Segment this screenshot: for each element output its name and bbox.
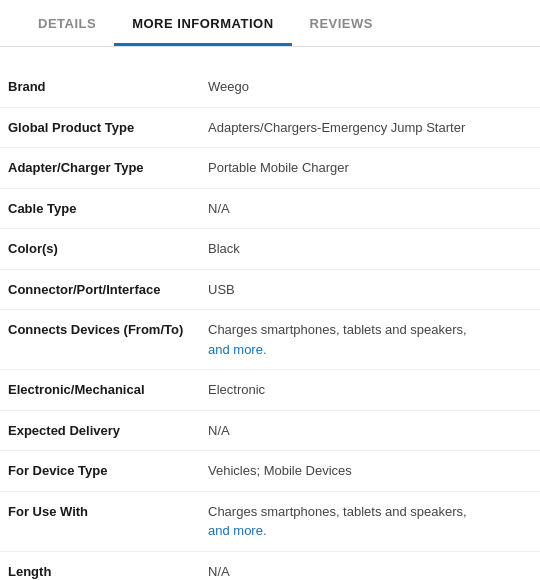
row-value: Charges smartphones, tablets and speaker… (200, 310, 540, 370)
more-link[interactable]: and more. (208, 342, 267, 357)
table-row: Expected DeliveryN/A (0, 410, 540, 451)
row-key: For Use With (0, 491, 200, 551)
row-value: Black (200, 229, 540, 270)
row-value: Electronic (200, 370, 540, 411)
row-key: Cable Type (0, 188, 200, 229)
row-key: Length (0, 551, 200, 580)
row-value: Weego (200, 67, 540, 107)
tab-reviews[interactable]: REVIEWS (292, 0, 391, 46)
row-key: Brand (0, 67, 200, 107)
row-value: N/A (200, 188, 540, 229)
row-key: Electronic/Mechanical (0, 370, 200, 411)
table-row: LengthN/A (0, 551, 540, 580)
table-row: Electronic/MechanicalElectronic (0, 370, 540, 411)
table-row: Connector/Port/InterfaceUSB (0, 269, 540, 310)
table-row: For Use WithCharges smartphones, tablets… (0, 491, 540, 551)
info-table: BrandWeegoGlobal Product TypeAdapters/Ch… (0, 67, 540, 580)
row-key: Global Product Type (0, 107, 200, 148)
row-value: N/A (200, 410, 540, 451)
tabs-bar: DETAILS MORE INFORMATION REVIEWS (0, 0, 540, 47)
tab-more-information[interactable]: MORE INFORMATION (114, 0, 291, 46)
table-row: For Device TypeVehicles; Mobile Devices (0, 451, 540, 492)
table-row: Adapter/Charger TypePortable Mobile Char… (0, 148, 540, 189)
more-link[interactable]: and more. (208, 523, 267, 538)
table-row: BrandWeego (0, 67, 540, 107)
row-value: Vehicles; Mobile Devices (200, 451, 540, 492)
tab-details[interactable]: DETAILS (20, 0, 114, 46)
table-row: Connects Devices (From/To)Charges smartp… (0, 310, 540, 370)
table-row: Cable TypeN/A (0, 188, 540, 229)
row-key: For Device Type (0, 451, 200, 492)
row-key: Connector/Port/Interface (0, 269, 200, 310)
row-key: Expected Delivery (0, 410, 200, 451)
row-value: N/A (200, 551, 540, 580)
table-row: Color(s)Black (0, 229, 540, 270)
row-key: Adapter/Charger Type (0, 148, 200, 189)
table-row: Global Product TypeAdapters/Chargers-Eme… (0, 107, 540, 148)
row-value: Portable Mobile Charger (200, 148, 540, 189)
row-value: Adapters/Chargers-Emergency Jump Starter (200, 107, 540, 148)
row-value: USB (200, 269, 540, 310)
row-value: Charges smartphones, tablets and speaker… (200, 491, 540, 551)
row-key: Connects Devices (From/To) (0, 310, 200, 370)
row-key: Color(s) (0, 229, 200, 270)
